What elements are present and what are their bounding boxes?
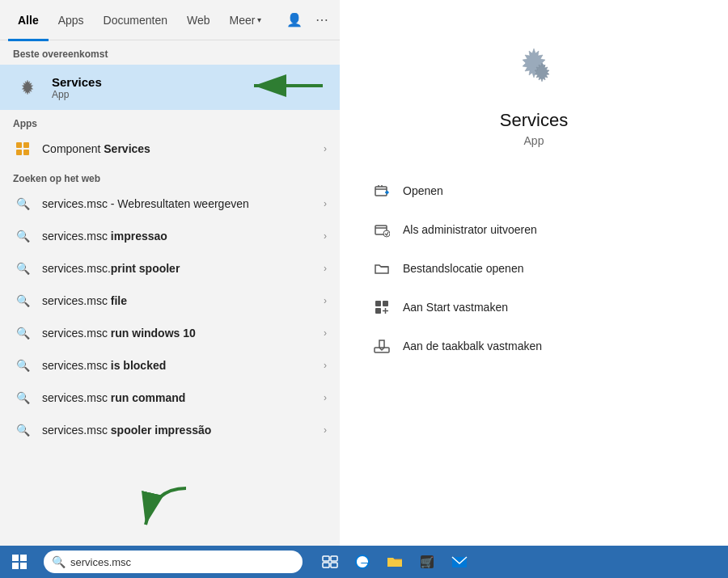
svg-rect-17 (20, 555, 27, 561)
search-web-icon-4: 🔍 (13, 291, 32, 310)
svg-text:🛒: 🛒 (421, 555, 434, 569)
green-arrow-taskbar (129, 484, 202, 536)
best-match-item[interactable]: Services App (0, 65, 340, 110)
chevron-right-icon: › (324, 392, 327, 403)
search-web-icon-1: 🔍 (13, 194, 32, 213)
green-arrow-best-match (246, 71, 327, 103)
svg-rect-13 (383, 301, 388, 306)
edge-icon[interactable] (348, 546, 377, 578)
chevron-right-icon: › (324, 263, 327, 274)
chevron-right-icon: › (324, 424, 327, 436)
svg-rect-3 (16, 142, 22, 148)
web-item-5[interactable]: 🔍 services.msc run windows 10 › (0, 317, 340, 349)
component-services-text: Component Services (42, 142, 324, 155)
web-section-label: Zoeken op het web (0, 165, 340, 188)
web-item-8[interactable]: 🔍 services.msc spooler impressão › (0, 414, 340, 446)
chevron-right-icon: › (324, 295, 327, 306)
web-item-1[interactable]: 🔍 services.msc - Webresultaten weergeven… (0, 188, 340, 220)
apps-section-label: Apps (0, 110, 340, 133)
mail-icon[interactable] (445, 546, 474, 578)
search-icon: 🔍 (52, 555, 66, 568)
chevron-right-icon: › (324, 230, 327, 242)
action-open[interactable]: Openen (364, 171, 704, 210)
svg-rect-22 (323, 563, 329, 567)
best-match-label: Beste overeenkomst (0, 40, 340, 65)
action-admin-label: Als administrator uitvoeren (403, 223, 537, 236)
tabs-bar: Alle Apps Documenten Web Meer ▾ 👤 ⋯ (0, 0, 340, 40)
svg-rect-21 (331, 556, 337, 561)
services-large-icon (502, 32, 566, 97)
admin-icon (370, 218, 393, 241)
taskbar-search-box[interactable]: 🔍 services.msc (44, 551, 303, 573)
pin-start-icon (370, 296, 393, 319)
search-input-text[interactable]: services.msc (70, 556, 294, 568)
store-icon[interactable]: 🛒 (413, 546, 442, 578)
tab-meer[interactable]: Meer ▾ (220, 7, 272, 33)
action-pin-start-label: Aan Start vastmaken (403, 301, 508, 314)
ellipsis-icon[interactable]: ⋯ (312, 9, 332, 31)
svg-rect-20 (323, 556, 329, 561)
search-web-icon-2: 🔍 (13, 226, 32, 246)
services-small-icon (13, 73, 42, 102)
person-icon[interactable]: 👤 (283, 9, 306, 31)
search-panel: Alle Apps Documenten Web Meer ▾ 👤 ⋯ Best… (0, 0, 340, 546)
folder-icon (370, 257, 393, 280)
search-web-icon-3: 🔍 (13, 259, 32, 278)
web-item-4[interactable]: 🔍 services.msc file › (0, 285, 340, 317)
pin-taskbar-icon (370, 335, 393, 357)
svg-rect-23 (331, 563, 337, 567)
action-admin[interactable]: Als administrator uitvoeren (364, 210, 704, 249)
search-web-icon-8: 🔍 (13, 420, 32, 440)
svg-rect-4 (23, 142, 29, 148)
web-item-3[interactable]: 🔍 services.msc.print spooler › (0, 252, 340, 285)
tabs-right-icons: 👤 ⋯ (283, 9, 332, 31)
taskbar-icons: 🛒 (315, 546, 474, 578)
chevron-right-icon: › (324, 360, 327, 371)
best-match-text: Services App (52, 75, 102, 100)
detail-panel: Services App Openen (340, 0, 728, 546)
svg-rect-5 (16, 150, 22, 155)
web-item-2[interactable]: 🔍 services.msc impressao › (0, 220, 340, 252)
chevron-down-icon: ▾ (257, 15, 261, 24)
detail-subtitle: App (524, 134, 544, 147)
explorer-icon[interactable] (380, 546, 409, 578)
chevron-right-icon: › (324, 327, 327, 339)
detail-title: Services (500, 110, 568, 131)
tab-apps[interactable]: Apps (49, 7, 94, 33)
action-pin-start[interactable]: Aan Start vastmaken (364, 288, 704, 327)
action-pin-taskbar-label: Aan de taakbalk vastmaken (403, 340, 542, 352)
chevron-right-icon: › (324, 198, 327, 209)
action-folder[interactable]: Bestandslocatie openen (364, 249, 704, 288)
search-web-icon-7: 🔍 (13, 388, 32, 407)
component-services-item[interactable]: Component Services › (0, 133, 340, 165)
search-web-icon-5: 🔍 (13, 323, 32, 343)
svg-rect-16 (12, 555, 19, 561)
svg-rect-14 (375, 308, 381, 314)
svg-rect-19 (20, 563, 27, 569)
web-item-6[interactable]: 🔍 services.msc is blocked › (0, 349, 340, 382)
taskbar: 🔍 services.msc (0, 546, 728, 578)
web-item-7[interactable]: 🔍 services.msc run command › (0, 382, 340, 414)
svg-rect-6 (23, 150, 29, 155)
start-button[interactable] (0, 546, 39, 578)
action-folder-label: Bestandslocatie openen (403, 262, 523, 275)
tab-alle[interactable]: Alle (8, 7, 49, 33)
open-icon (370, 179, 393, 202)
svg-rect-18 (12, 563, 19, 569)
component-services-icon (13, 139, 32, 158)
detail-actions: Openen Als administrator uitvoeren B (340, 171, 728, 365)
chevron-right-icon: › (324, 143, 327, 154)
tab-documenten[interactable]: Documenten (94, 7, 177, 33)
taskview-icon[interactable] (315, 546, 345, 578)
tab-web[interactable]: Web (177, 7, 220, 33)
action-pin-taskbar[interactable]: Aan de taakbalk vastmaken (364, 327, 704, 365)
svg-rect-12 (375, 301, 381, 306)
action-open-label: Openen (403, 184, 443, 197)
search-web-icon-6: 🔍 (13, 356, 32, 375)
svg-rect-9 (375, 187, 387, 196)
